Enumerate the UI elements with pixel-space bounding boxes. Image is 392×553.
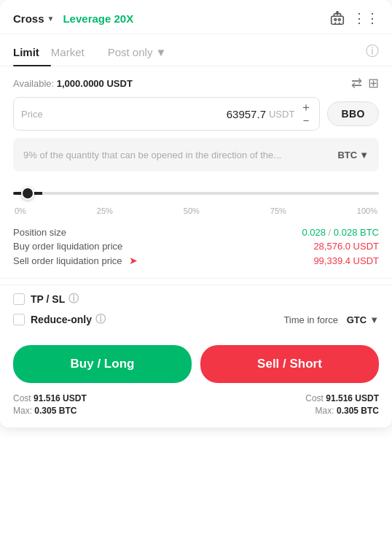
transfer-icon[interactable]: ⇄: [351, 75, 362, 91]
reduce-only-label: Reduce-only ⓘ: [31, 313, 106, 326]
buy-max-label: Max: 0.305 BTC: [13, 406, 87, 416]
more-options-button[interactable]: ⋮⋮: [353, 10, 379, 26]
slider-thumb[interactable]: [21, 187, 34, 200]
position-size-row: Position size 0.028 / 0.028 BTC: [13, 227, 379, 238]
header: Cross ▼ Leverage 20X ⋮⋮: [0, 0, 392, 34]
price-unit: USDT: [269, 109, 294, 120]
buy-cost-label: Cost 91.516 USDT: [13, 393, 87, 403]
svg-rect-0: [332, 16, 344, 24]
price-input-wrapper: Price 63957.7 USDT ＋ －: [13, 97, 320, 131]
slider-tick-0: 0%: [15, 206, 26, 215]
tab-limit[interactable]: Limit: [13, 42, 51, 66]
reduce-only-info-icon[interactable]: ⓘ: [95, 313, 106, 326]
header-icons: ⋮⋮: [329, 10, 379, 26]
tab-post-only[interactable]: Post only ▼: [96, 42, 167, 66]
sell-liquidation-label: Sell order liquidation price ➤: [13, 255, 138, 266]
calculator-icon[interactable]: ⊞: [368, 75, 379, 91]
price-row: Price 63957.7 USDT ＋ － BBO: [0, 97, 392, 131]
buy-liquidation-value: 28,576.0 USDT: [313, 241, 379, 252]
price-label: Price: [21, 109, 47, 120]
divider-1: [0, 278, 392, 279]
available-icons: ⇄ ⊞: [351, 75, 379, 91]
slider-ticks: 0% 25% 50% 75% 100%: [13, 206, 379, 215]
quantity-hint: 9% of the quantity that can be opened in…: [23, 150, 337, 161]
svg-point-1: [334, 18, 337, 20]
bbo-button[interactable]: BBO: [327, 101, 379, 126]
tpsl-info-icon[interactable]: ⓘ: [68, 293, 79, 306]
header-left: Cross ▼ Leverage 20X: [13, 12, 133, 25]
position-size-label: Position size: [13, 227, 66, 238]
buy-liquidation-row: Buy order liquidation price 28,576.0 USD…: [13, 241, 379, 252]
slider-tick-25: 25%: [97, 206, 113, 215]
price-stepper: ＋ －: [300, 101, 312, 126]
reduce-only-row: Reduce-only ⓘ Time in force GTC ▼: [13, 313, 379, 326]
tpsl-left: TP / SL ⓘ: [13, 293, 79, 306]
tabs-bar: Limit Market Post only ▼ ⓘ: [0, 34, 392, 66]
sell-short-button[interactable]: Sell / Short: [200, 345, 379, 383]
post-only-chevron-icon: ▼: [155, 46, 166, 58]
price-increase-button[interactable]: ＋: [300, 101, 312, 113]
available-row: Available: 1,000.0000 USDT ⇄ ⊞: [0, 66, 392, 97]
reduce-only-left: Reduce-only ⓘ: [13, 313, 106, 326]
slider-wrapper[interactable]: [13, 183, 379, 204]
dots-icon: ⋮⋮: [353, 10, 379, 26]
quantity-dropdown-icon: ▼: [359, 150, 369, 161]
robot-icon-button[interactable]: [329, 10, 345, 26]
buy-cost-col: Cost 91.516 USDT Max: 0.305 BTC: [13, 393, 87, 416]
svg-point-2: [338, 18, 340, 20]
cross-label: Cross: [13, 12, 44, 25]
sell-cost-label: Cost 91.516 USDT: [305, 393, 379, 403]
quantity-row[interactable]: 9% of the quantity that can be opened in…: [13, 138, 379, 171]
slider-tick-50: 50%: [184, 206, 200, 215]
position-size-value: 0.028 / 0.028 BTC: [302, 227, 379, 238]
tpsl-checkbox[interactable]: [13, 293, 25, 305]
available-label: Available: 1,000.0000 USDT: [13, 78, 133, 89]
quantity-unit-dropdown[interactable]: BTC ▼: [337, 150, 369, 161]
cost-section: Cost 91.516 USDT Max: 0.305 BTC Cost 91.…: [0, 393, 392, 416]
sell-max-label: Max: 0.305 BTC: [305, 406, 379, 416]
time-in-force[interactable]: Time in force GTC ▼: [283, 314, 379, 325]
tpsl-row: TP / SL ⓘ: [13, 293, 379, 306]
time-in-force-dropdown-icon: ▼: [369, 314, 379, 325]
sell-arrow-icon: ➤: [129, 255, 138, 266]
price-decrease-button[interactable]: －: [300, 115, 312, 126]
sell-liquidation-row: Sell order liquidation price ➤ 99,339.4 …: [13, 255, 379, 266]
slider-tick-75: 75%: [270, 206, 286, 215]
cross-chevron-icon: ▼: [47, 15, 55, 23]
stats-section: Position size 0.028 / 0.028 BTC Buy orde…: [0, 221, 392, 272]
tpsl-label: TP / SL ⓘ: [31, 293, 79, 306]
reduce-only-checkbox[interactable]: [13, 314, 25, 325]
checkbox-section: TP / SL ⓘ Reduce-only ⓘ Time in force GT…: [0, 285, 392, 338]
sell-cost-col: Cost 91.516 USDT Max: 0.305 BTC: [305, 393, 379, 416]
slider-section: 0% 25% 50% 75% 100%: [0, 180, 392, 221]
price-value: 63957.7: [47, 108, 266, 120]
sell-liquidation-value: 99,339.4 USDT: [313, 255, 379, 266]
cross-button[interactable]: Cross ▼: [13, 12, 54, 25]
slider-tick-100: 100%: [357, 206, 377, 215]
buy-long-button[interactable]: Buy / Long: [13, 345, 192, 383]
tab-market[interactable]: Market: [51, 42, 96, 66]
buy-liquidation-label: Buy order liquidation price: [13, 241, 122, 252]
tabs-info-icon[interactable]: ⓘ: [366, 42, 379, 66]
slider-track: [13, 192, 379, 195]
leverage-button[interactable]: Leverage 20X: [63, 12, 133, 25]
action-buttons: Buy / Long Sell / Short: [0, 338, 392, 393]
